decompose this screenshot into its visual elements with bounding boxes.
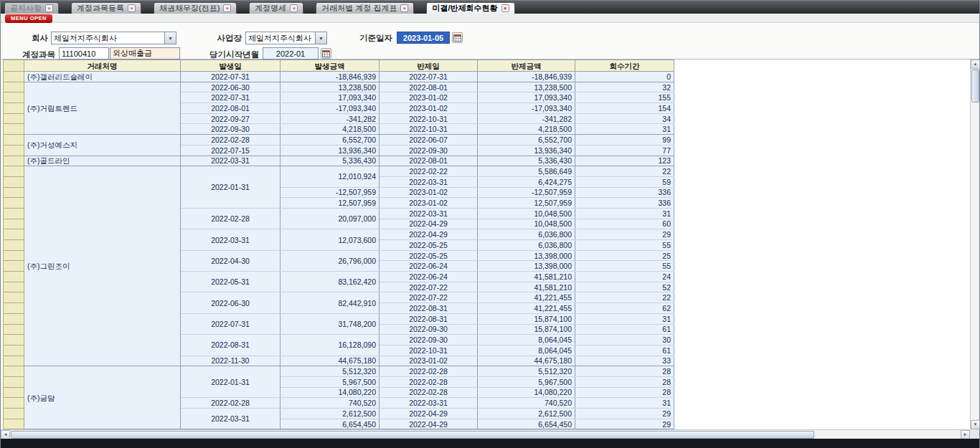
cell-settle-date[interactable]: 2022-09-30 [380,145,478,156]
cell-settle-amount[interactable]: 10,048,500 [478,208,575,219]
cell-settle-amount[interactable]: 15,874,100 [478,324,575,335]
cell-settle-date[interactable]: 2022-02-28 [380,366,478,377]
tab-6[interactable]: 미결/반제회수현황× [426,2,514,14]
cell-collect-days[interactable]: 22 [575,292,674,303]
cell-collect-days[interactable]: 31 [575,124,674,135]
cell-settle-date[interactable]: 2022-07-22 [380,282,478,292]
cell-issue-amount[interactable]: 2,612,500 [281,409,380,419]
cell-collect-days[interactable]: 62 [575,303,674,314]
cell-settle-date[interactable]: 2022-02-28 [380,387,478,398]
row-selector[interactable] [4,366,24,377]
cell-settle-date[interactable]: 2022-08-31 [380,303,478,314]
calendar-icon[interactable] [321,48,331,59]
row-selector[interactable] [4,156,24,166]
cell-settle-date[interactable]: 2022-10-31 [380,345,478,356]
cell-settle-amount[interactable]: 13,398,000 [478,261,575,272]
horizontal-scrollbar[interactable]: ◄ ► [1,429,970,439]
cell-settle-date[interactable]: 2022-05-25 [380,250,478,261]
cell-settle-date[interactable]: 2022-09-30 [380,324,478,335]
cell-settle-amount[interactable]: 6,424,275 [478,176,575,187]
cell-settle-date[interactable]: 2023-01-02 [380,356,478,366]
vertical-scrollbar[interactable]: ▲ ▼ [970,59,979,429]
cell-collect-days[interactable]: 29 [575,229,674,240]
cell-settle-amount[interactable]: 740,520 [478,398,575,409]
cell-issue-date[interactable]: 2022-07-15 [181,145,281,156]
cell-settle-amount[interactable]: -12,507,959 [478,187,575,198]
cell-collect-days[interactable]: 55 [575,240,674,251]
cell-settle-amount[interactable]: 5,586,649 [478,166,575,177]
tab-close-icon[interactable]: × [501,4,509,12]
tab-close-icon[interactable]: × [223,4,231,12]
cell-collect-days[interactable]: 31 [575,313,674,324]
cell-collect-days[interactable]: 28 [575,366,674,377]
cell-settle-amount[interactable]: 5,512,320 [478,366,575,377]
cell-issue-date[interactable]: 2022-04-30 [181,250,281,271]
tab-close-icon[interactable]: × [400,4,408,12]
row-selector[interactable] [4,219,24,229]
cell-issue-amount[interactable]: 26,796,000 [281,250,380,271]
cell-settle-amount[interactable]: 2,612,500 [478,409,575,419]
cell-settle-amount[interactable]: 17,093,340 [478,92,575,103]
cell-settle-date[interactable]: 2022-03-31 [380,398,478,409]
cell-settle-amount[interactable]: 6,552,700 [478,135,575,146]
chevron-down-icon[interactable]: ▼ [164,32,176,44]
cell-issue-amount[interactable]: 20,097,000 [281,208,380,229]
cell-settle-date[interactable]: 2022-06-24 [380,261,478,272]
account-code-input[interactable] [59,47,109,59]
row-selector[interactable] [4,282,24,292]
cell-issue-date[interactable]: 2022-03-31 [181,229,281,250]
tab-1[interactable]: 공지사항× [4,2,59,14]
cell-issue-date[interactable]: 2022-08-01 [181,103,281,114]
cell-settle-date[interactable]: 2022-06-07 [380,135,478,146]
cell-issue-amount[interactable]: 5,967,500 [281,376,380,387]
cell-issue-amount[interactable]: 83,162,420 [281,272,380,292]
account-name-input[interactable] [110,47,180,59]
cell-collect-days[interactable]: 29 [575,419,674,429]
cell-issue-amount[interactable]: 5,512,320 [281,366,380,377]
cell-issue-amount[interactable]: -18,846,939 [281,72,380,82]
cell-issue-date[interactable]: 2022-07-31 [181,313,281,334]
cell-collect-days[interactable]: 24 [575,272,674,282]
cell-issue-amount[interactable]: 12,010,924 [281,166,380,187]
row-selector[interactable] [4,166,24,177]
cell-collect-days[interactable]: 55 [575,261,674,272]
cell-settle-amount[interactable]: 6,036,800 [478,229,575,240]
row-selector[interactable] [4,103,24,114]
cell-settle-amount[interactable]: 44,675,180 [478,356,575,366]
cell-issue-date[interactable]: 2022-01-31 [181,166,281,209]
row-selector[interactable] [4,229,24,240]
cell-collect-days[interactable]: 34 [575,113,674,124]
cell-issue-amount[interactable]: 31,748,200 [281,313,380,334]
cell-settle-date[interactable]: 2022-03-31 [380,176,478,187]
row-selector[interactable] [4,292,24,303]
cell-issue-date[interactable]: 2022-02-28 [181,135,281,146]
cell-settle-amount[interactable]: 5,336,430 [478,156,575,166]
cell-collect-days[interactable]: 336 [575,198,674,209]
cell-settle-date[interactable]: 2023-01-02 [380,198,478,209]
cell-issue-amount[interactable]: -12,507,959 [281,187,380,198]
menu-open-button[interactable]: MENU OPEN [5,14,52,23]
cell-collect-days[interactable]: 155 [575,92,674,103]
cell-collect-days[interactable]: 30 [575,335,674,345]
cell-settle-date[interactable]: 2022-09-30 [380,335,478,345]
cell-issue-amount[interactable]: -341,282 [281,113,380,124]
cell-settle-date[interactable]: 2022-02-22 [380,166,478,177]
cell-issue-amount[interactable]: 82,442,910 [281,292,380,313]
cell-customer-name[interactable]: (주)골드라인 [24,156,181,166]
horizontal-scroll-thumb[interactable] [11,431,814,439]
cell-issue-date[interactable]: 2022-05-31 [181,272,281,292]
cell-settle-amount[interactable]: -17,093,340 [478,103,575,114]
cell-collect-days[interactable]: 31 [575,208,674,219]
row-selector[interactable] [4,419,24,429]
chevron-down-icon[interactable]: ▼ [315,32,326,44]
cell-issue-date[interactable]: 2022-02-28 [181,398,281,409]
cell-issue-date[interactable]: 2022-02-28 [181,208,281,229]
vertical-scroll-thumb[interactable] [971,70,979,103]
cell-issue-amount[interactable]: 5,336,430 [281,156,380,166]
row-selector[interactable] [4,176,24,187]
cell-collect-days[interactable]: 61 [575,324,674,335]
cell-settle-date[interactable]: 2022-03-31 [380,208,478,219]
tab-close-icon[interactable]: × [45,4,53,12]
row-selector[interactable] [4,324,24,335]
cell-settle-date[interactable]: 2022-07-22 [380,292,478,303]
